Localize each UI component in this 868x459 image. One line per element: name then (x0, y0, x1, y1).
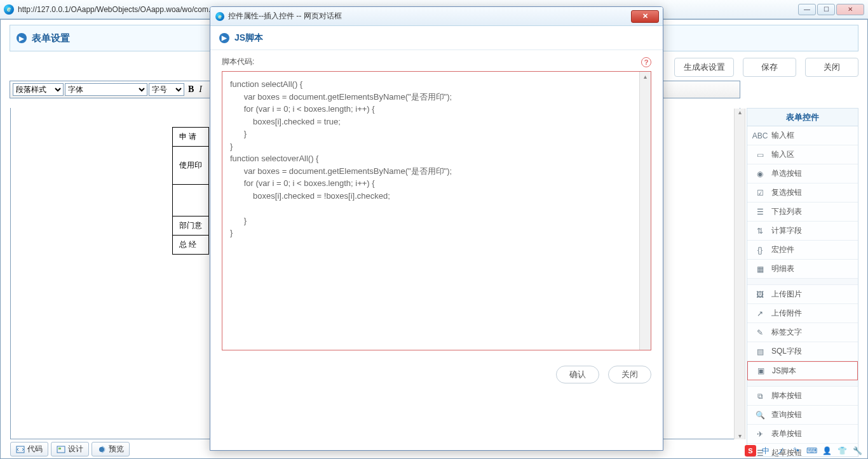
tab-code[interactable]: 代码 (10, 442, 48, 456)
ime-shirt-icon[interactable]: 👕 (836, 445, 848, 456)
dialog-titlebar[interactable]: e 控件属性--插入控件 -- 网页对话框 ✕ (210, 7, 663, 26)
dialog-header: ▶ JS脚本 (210, 26, 663, 50)
control-item-脚本按钮[interactable]: ⧉脚本按钮 (747, 387, 858, 406)
dialog-header-label: JS脚本 (234, 32, 263, 44)
svg-rect-0 (17, 446, 24, 453)
control-item-label: JS脚本 (772, 366, 796, 376)
control-item-label: SQL字段 (771, 346, 802, 357)
control-item-输入框[interactable]: ABC输入框 (747, 126, 858, 145)
ie-icon: e (4, 4, 14, 15)
control-item-label: 计算字段 (771, 225, 802, 236)
panel-separator (747, 380, 858, 387)
code-editor-wrap (222, 71, 651, 350)
control-item-单选按钮[interactable]: ◉单选按钮 (747, 164, 858, 183)
window-maximize-button[interactable]: ☐ (817, 4, 835, 15)
control-icon: ▭ (755, 150, 765, 159)
design-icon (57, 446, 65, 453)
control-icon: ✈ (755, 430, 765, 439)
svg-point-3 (99, 447, 104, 452)
ime-dot-icon[interactable]: °• (790, 445, 802, 456)
control-item-SQL字段[interactable]: ▤SQL字段 (747, 342, 858, 361)
control-icon: ▣ (756, 366, 766, 375)
arrow-right-circle-icon: ▶ (219, 33, 229, 43)
dialog-close-button[interactable]: ✕ (631, 10, 659, 23)
editor-mode-tabs: 代码 设计 预览 (10, 442, 130, 456)
ime-punct-icon[interactable]: ノ (775, 445, 787, 456)
control-item-label: 表单按钮 (771, 429, 802, 439)
control-item-label: 复选按钮 (771, 187, 802, 198)
control-icon: ⇅ (755, 227, 765, 236)
control-item-JS脚本[interactable]: ▣JS脚本 (747, 361, 858, 380)
control-item-label: 输入区 (771, 149, 794, 160)
editor-scrollbar[interactable] (734, 109, 745, 439)
help-icon[interactable]: ? (641, 57, 651, 67)
tab-label: 设计 (68, 444, 83, 455)
control-item-label: 脚本按钮 (771, 390, 802, 401)
tab-label: 代码 (27, 444, 43, 455)
dialog-ok-button[interactable]: 确认 (556, 366, 599, 383)
tab-design[interactable]: 设计 (51, 442, 89, 456)
ie-icon: e (215, 12, 224, 21)
ime-keyboard-icon[interactable]: ⌨ (806, 445, 817, 456)
table-cell[interactable]: 部门意 (173, 216, 209, 236)
bold-button[interactable]: B (186, 84, 196, 95)
window-minimize-button[interactable]: — (798, 4, 816, 15)
control-item-label: 上传附件 (771, 308, 802, 319)
control-item-label: 上传图片 (771, 289, 802, 300)
control-item-label: 下拉列表 (771, 206, 802, 217)
control-item-label: 宏控件 (771, 244, 794, 255)
control-item-计算字段[interactable]: ⇅计算字段 (747, 222, 858, 241)
control-item-上传附件[interactable]: ↗上传附件 (747, 304, 858, 323)
control-icon: 🔍 (755, 411, 765, 420)
control-icon: {} (755, 246, 765, 255)
control-icon: ✎ (755, 328, 765, 337)
arrow-right-circle-icon: ▶ (17, 33, 27, 43)
ime-lang-icon[interactable]: 中 (760, 445, 771, 456)
control-item-复选按钮[interactable]: ☑复选按钮 (747, 183, 858, 203)
control-item-标签文字[interactable]: ✎标签文字 (747, 323, 858, 342)
page-title: 表单设置 (32, 32, 70, 44)
controls-panel-title: 表单控件 (747, 109, 858, 126)
code-scrollbar[interactable] (639, 72, 651, 350)
control-icon: ☑ (755, 189, 765, 197)
controls-panel: 表单控件 ABC输入框▭输入区◉单选按钮☑复选按钮☰下拉列表⇅计算字段{}宏控件… (747, 108, 858, 457)
tab-preview[interactable]: 预览 (92, 442, 130, 456)
control-icon: ▤ (755, 347, 765, 356)
dialog-cancel-button[interactable]: 关闭 (608, 366, 651, 383)
script-code-label: 脚本代码: (222, 57, 254, 67)
font-size-select[interactable]: 字号 (149, 83, 184, 96)
ime-wrench-icon[interactable]: 🔧 (851, 445, 863, 456)
control-icon: ◉ (755, 170, 765, 178)
ime-person-icon[interactable]: 👤 (821, 445, 832, 456)
control-icon: 🖼 (755, 290, 765, 299)
preview-icon (97, 446, 106, 453)
font-select[interactable]: 字体 (65, 83, 147, 96)
panel-separator (747, 279, 858, 285)
control-item-label: 输入框 (771, 130, 794, 141)
control-item-label: 查询按钮 (771, 409, 802, 420)
control-item-上传图片[interactable]: 🖼上传图片 (747, 285, 858, 304)
control-item-下拉列表[interactable]: ☰下拉列表 (747, 203, 858, 222)
save-button[interactable]: 保存 (743, 58, 796, 77)
table-cell[interactable]: 总 经 (173, 236, 209, 255)
close-page-button[interactable]: 关闭 (805, 58, 858, 77)
dialog-title: 控件属性--插入控件 -- 网页对话框 (228, 11, 342, 22)
control-item-查询按钮[interactable]: 🔍查询按钮 (747, 406, 858, 425)
italic-button[interactable]: I (198, 84, 203, 95)
control-icon: ↗ (755, 309, 765, 318)
script-code-textarea[interactable] (222, 72, 639, 350)
ime-sogou-icon[interactable]: S (745, 445, 756, 456)
control-item-表单按钮[interactable]: ✈表单按钮 (747, 425, 858, 444)
table-cell[interactable] (173, 185, 209, 216)
tab-label: 预览 (109, 444, 124, 455)
control-item-明细表[interactable]: ▦明细表 (747, 260, 858, 279)
table-cell[interactable]: 申 请 (173, 128, 209, 147)
table-cell[interactable]: 使用印 (173, 147, 209, 185)
control-icon: ⧉ (755, 392, 765, 401)
window-close-button[interactable]: ✕ (836, 4, 864, 15)
control-item-label: 明细表 (771, 263, 794, 274)
control-item-宏控件[interactable]: {}宏控件 (747, 241, 858, 260)
generate-button[interactable]: 生成表设置 (674, 58, 734, 77)
paragraph-style-select[interactable]: 段落样式 (13, 83, 64, 96)
control-item-输入区[interactable]: ▭输入区 (747, 145, 858, 164)
